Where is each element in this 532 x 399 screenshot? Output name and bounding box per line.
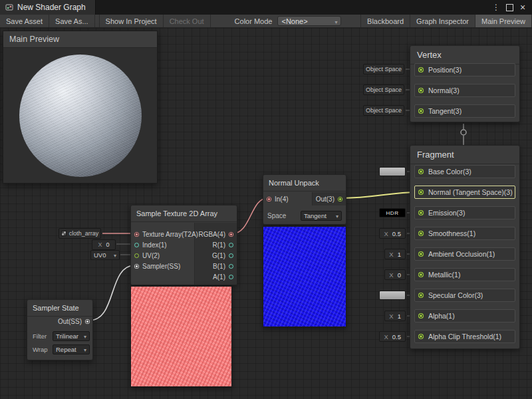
g-output[interactable]: G(1) xyxy=(212,250,233,261)
texture-array-port-icon[interactable] xyxy=(134,232,139,237)
r-port-icon[interactable] xyxy=(229,243,233,247)
ambient-occlusion-field[interactable]: X1 xyxy=(384,249,406,259)
sampler-input[interactable]: Sampler(SS) xyxy=(134,261,180,271)
sampler-port-icon[interactable] xyxy=(134,264,139,269)
show-in-project-button[interactable]: Show In Project xyxy=(99,15,164,27)
alpha-clip-threshold-field[interactable]: X0.5 xyxy=(379,331,406,342)
main-preview-title: Main Preview xyxy=(3,31,157,48)
input-port-icon[interactable] xyxy=(418,210,424,215)
out-ss-port-icon[interactable] xyxy=(85,319,90,324)
space-row: Space Tangent xyxy=(263,209,346,221)
titlebar: New Shader Graph xyxy=(0,0,532,15)
main-preview-panel[interactable]: Main Preview xyxy=(3,31,158,184)
uv-input[interactable]: UV(2) xyxy=(134,250,160,261)
rgba-output[interactable]: RGBA(4) xyxy=(198,229,233,239)
color-mode-value: <None> xyxy=(281,17,307,25)
dropdown-arrow-icon xyxy=(84,332,86,340)
preview-sphere xyxy=(19,55,142,177)
input-port-icon[interactable] xyxy=(418,67,424,72)
input-port-icon[interactable] xyxy=(418,334,424,339)
save-as-button[interactable]: Save As... xyxy=(49,15,95,27)
input-port-icon[interactable] xyxy=(418,88,424,93)
port-row-alpha[interactable]: Alpha(1) xyxy=(414,309,515,323)
g-port-icon[interactable] xyxy=(229,253,233,258)
alpha-field[interactable]: X1 xyxy=(384,311,406,321)
document-tab[interactable]: New Shader Graph xyxy=(0,0,96,15)
normal-space-dropdown[interactable]: Object Space xyxy=(363,84,404,95)
wire-sampler-state-to-sampler[interactable] xyxy=(89,265,135,321)
port-row-ambient-occlusion[interactable]: Ambient Occlusion(1) xyxy=(414,247,515,261)
input-port-icon[interactable] xyxy=(418,190,424,195)
wrap-dropdown[interactable]: Repeat xyxy=(53,344,90,354)
out-port-icon[interactable] xyxy=(338,197,342,201)
color-mode-label: Color Mode xyxy=(229,15,278,27)
rgba-port-icon[interactable] xyxy=(229,232,233,237)
input-port-icon[interactable] xyxy=(418,169,424,174)
index-input[interactable]: Index(1) xyxy=(134,239,167,250)
input-port-icon[interactable] xyxy=(418,313,424,319)
input-port-icon[interactable] xyxy=(418,293,424,298)
in-port-icon[interactable] xyxy=(267,197,271,201)
tangent-space-dropdown[interactable]: Object Space xyxy=(363,105,404,116)
index-value-field[interactable]: X 0 xyxy=(92,239,116,250)
normal-unpack-out[interactable]: Out(3) xyxy=(312,192,346,205)
input-port-icon[interactable] xyxy=(418,108,424,114)
filter-row: Filter Trilinear xyxy=(33,331,90,341)
port-row-normal[interactable]: Normal(3) xyxy=(414,84,515,97)
specular-color-swatch[interactable] xyxy=(379,291,406,300)
metallic-field[interactable]: X0 xyxy=(384,269,406,280)
cloth-array-texture-chip[interactable]: cloth_array xyxy=(59,228,101,239)
save-asset-button[interactable]: Save Asset xyxy=(0,15,49,27)
port-row-emission[interactable]: Emission(3) xyxy=(414,206,515,219)
smoothness-field[interactable]: X0.5 xyxy=(379,228,406,239)
texture-array-input[interactable]: Texture Array(T2A) xyxy=(134,229,198,239)
blackboard-toggle[interactable]: Blackboard xyxy=(360,15,410,27)
index-port-icon[interactable] xyxy=(134,243,139,247)
space-dropdown[interactable]: Tangent xyxy=(301,211,342,221)
port-row-normal-tangent-space[interactable]: Normal (Tangent Space)(3) xyxy=(414,186,515,199)
vertex-node[interactable]: Vertex Position(3) Normal(3) Tangent(3) xyxy=(410,45,520,122)
input-port-icon[interactable] xyxy=(418,231,424,236)
kebab-menu-icon[interactable] xyxy=(491,2,501,13)
graph-canvas[interactable]: Main Preview Vertex Position(3) Normal(3… xyxy=(0,28,532,399)
port-row-base-color[interactable]: Base Color(3) xyxy=(414,165,515,178)
a-output[interactable]: A(1) xyxy=(213,271,233,282)
port-row-tangent[interactable]: Tangent(3) xyxy=(414,104,515,118)
input-port-icon[interactable] xyxy=(418,272,424,277)
preview-sphere-area xyxy=(3,48,157,183)
emission-hdr-swatch[interactable]: HDR xyxy=(379,208,406,217)
close-icon[interactable] xyxy=(517,2,528,13)
r-output[interactable]: R(1) xyxy=(213,239,233,250)
texture-thumbnail-icon xyxy=(61,231,66,236)
filter-dropdown[interactable]: Trilinear xyxy=(53,331,90,341)
sampler-state-output[interactable]: Out(SS) xyxy=(58,316,90,327)
port-row-position[interactable]: Position(3) xyxy=(414,63,515,76)
fragment-node[interactable]: Fragment Base Color(3) Normal (Tangent S… xyxy=(410,145,520,349)
base-color-swatch[interactable] xyxy=(379,167,406,176)
fragment-node-title: Fragment xyxy=(410,146,519,164)
port-row-smoothness[interactable]: Smoothness(1) xyxy=(414,227,515,240)
graph-inspector-toggle[interactable]: Graph Inspector xyxy=(410,15,475,27)
position-space-dropdown[interactable]: Object Space xyxy=(363,64,404,74)
uv-channel-dropdown[interactable]: UV0 xyxy=(90,250,120,260)
shader-graph-icon xyxy=(5,3,13,11)
color-mode-dropdown[interactable]: <None> xyxy=(277,16,341,26)
port-row-metallic[interactable]: Metallic(1) xyxy=(414,268,515,281)
main-preview-toggle[interactable]: Main Preview xyxy=(475,15,532,27)
port-row-specular-color[interactable]: Specular Color(3) xyxy=(414,289,515,302)
sampler-state-node[interactable]: Sampler State Out(SS) Filter Trilinear W… xyxy=(27,299,93,360)
normal-unpack-node[interactable]: Normal Unpack In(4) Out(3) Space Tangent xyxy=(263,174,346,225)
uv-port-icon[interactable] xyxy=(134,253,139,258)
sample-node-title: Sample Texture 2D Array xyxy=(131,205,237,222)
maximize-icon[interactable] xyxy=(504,2,515,13)
b-output[interactable]: B(1) xyxy=(213,261,233,271)
b-port-icon[interactable] xyxy=(229,264,233,269)
vertex-node-title: Vertex xyxy=(410,46,519,65)
check-out-button: Check Out xyxy=(164,15,211,27)
wire-out-to-normal[interactable] xyxy=(342,192,419,198)
a-port-icon[interactable] xyxy=(229,275,233,279)
sample-texture-2d-array-node[interactable]: Sample Texture 2D Array Texture Array(T2… xyxy=(130,205,237,285)
port-row-alpha-clip-threshold[interactable]: Alpha Clip Threshold(1) xyxy=(414,330,515,343)
input-port-icon[interactable] xyxy=(418,251,424,257)
sampler-state-title: Sampler State xyxy=(27,300,92,317)
